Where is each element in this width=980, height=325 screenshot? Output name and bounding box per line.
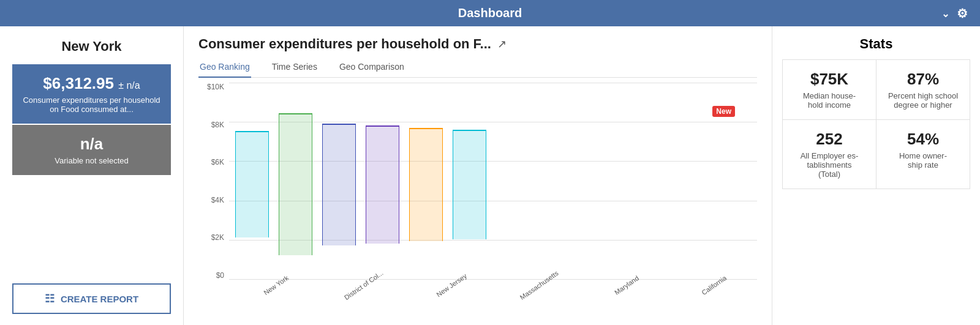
stat-label: Home owner- ship rate [884,151,962,170]
bar[interactable] [279,113,312,255]
bar[interactable] [366,125,399,244]
x-label-item: California [673,280,751,316]
report-icon: ☷ [45,292,55,305]
tab-geo-ranking[interactable]: Geo Ranking [198,57,251,78]
x-label-item: Maryland [586,280,663,316]
chevron-down-icon[interactable]: ⌄ [941,7,949,19]
bar-group [235,89,269,280]
x-label-item: District of Col... [323,280,401,316]
stat-label: Median house- hold income [790,91,869,110]
bar[interactable] [453,130,486,239]
secondary-value: n/a [22,135,161,154]
chart-tabs: Geo Ranking Time Series Geo Comparison [198,57,757,78]
header-title: Dashboard [458,6,522,20]
right-panel: Stats $75KMedian house- hold income87%Pe… [772,26,980,325]
stat-cell: 54%Home owner- ship rate [876,120,970,189]
bars-container [229,89,492,280]
grid-line [229,83,757,83]
secondary-desc: Variable not selected [22,156,161,165]
stat-label: All Employer es- tablishments (Total) [790,151,869,179]
create-report-button[interactable]: ☷ CREATE REPORT [12,283,171,314]
tab-geo-comparison[interactable]: Geo Comparison [338,57,405,78]
bar-group [453,89,486,280]
region-title: New York [61,39,121,54]
stat-value: $75K [790,70,869,89]
stat-box-secondary: n/a Variable not selected [12,125,171,175]
header: Dashboard ⚙ ⌄ [0,0,980,26]
stat-cell: 252All Employer es- tablishments (Total) [783,120,876,189]
bar-group [279,89,312,280]
tab-time-series[interactable]: Time Series [271,57,318,78]
new-badge: New [712,106,735,117]
stat-cell: $75KMedian house- hold income [783,60,876,119]
left-panel: New York $6,312.95 ± n/a Consumer expend… [0,26,184,325]
main-content: New York $6,312.95 ± n/a Consumer expend… [0,26,980,325]
bar[interactable] [235,131,269,237]
bar[interactable] [322,124,356,245]
expand-icon[interactable]: ↗ [497,37,507,51]
bar-group [366,89,399,280]
stat-label: Percent high school degree or higher [884,91,962,110]
x-label-item: Massachusetts [498,280,576,316]
stat-cell: 87%Percent high school degree or higher [876,60,970,119]
stat-value: 87% [884,70,962,89]
stat-box-primary: $6,312.95 ± n/a Consumer expenditures pe… [12,64,171,124]
primary-value: $6,312.95 ± n/a [22,74,161,93]
bar-group [322,89,356,280]
stats-grid: $75KMedian house- hold income87%Percent … [782,59,970,189]
bar[interactable] [409,128,443,241]
stat-value: 252 [790,130,869,149]
y-axis: $10K $8K $6K $4K $2K $0 [198,83,229,280]
chart-title-row: Consumer expenditures per household on F… [198,36,757,52]
chart-title: Consumer expenditures per household on F… [198,36,491,52]
x-label-item: New York [235,280,313,316]
chart-area: $10K $8K $6K $4K $2K $0 New YorkDistrict… [198,83,757,316]
bar-group [409,89,443,280]
x-axis-labels: New YorkDistrict of Col...New JerseyMass… [229,280,757,316]
gear-icon[interactable]: ⚙ [957,6,968,21]
x-label-item: New Jersey [410,280,488,316]
stats-title: Stats [782,36,970,52]
center-panel: Consumer expenditures per household on F… [184,26,772,325]
primary-desc: Consumer expenditures per household on F… [22,95,161,114]
stat-value: 54% [884,130,962,149]
